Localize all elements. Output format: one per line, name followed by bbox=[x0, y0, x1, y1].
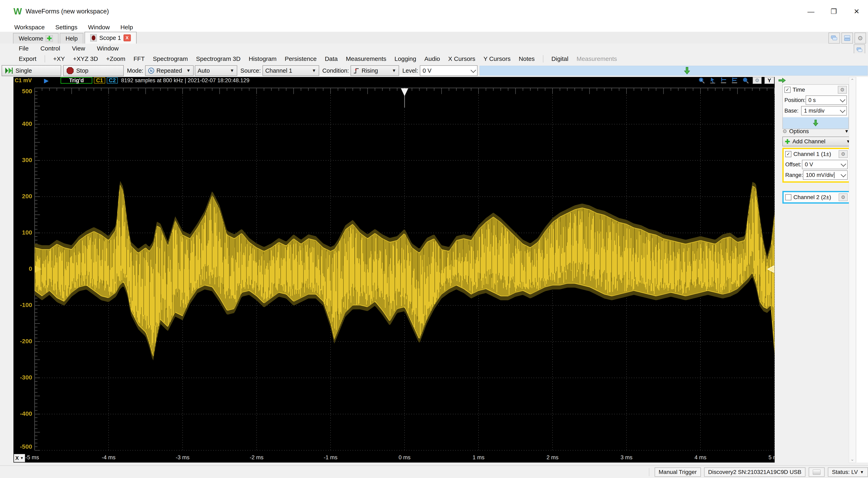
mode-value: Repeated bbox=[157, 67, 182, 74]
single-button[interactable]: Single bbox=[2, 65, 61, 76]
channel2-checkbox[interactable] bbox=[785, 194, 792, 200]
gear-icon: ⚙ bbox=[841, 151, 845, 157]
zoom-1-button[interactable]: 1 bbox=[698, 77, 706, 83]
scope-menu-file[interactable]: File bbox=[19, 45, 29, 52]
channel2-settings-button[interactable]: ⚙ bbox=[839, 194, 848, 201]
offset-input[interactable]: 0 V bbox=[802, 160, 848, 169]
offset-value: 0 V bbox=[805, 162, 813, 168]
mode-select[interactable]: N Repeated ▼ bbox=[145, 65, 194, 76]
trigger-position-bar[interactable] bbox=[479, 66, 868, 75]
base-input[interactable]: 1 ms/div bbox=[801, 106, 847, 115]
scroll-down-icon[interactable]: ⌄ bbox=[849, 456, 856, 463]
scroll-up-icon[interactable]: ⌃ bbox=[849, 77, 856, 84]
restore-button[interactable]: ❐ bbox=[823, 0, 845, 23]
toolbar-x-cursors[interactable]: X Cursors bbox=[448, 55, 475, 62]
x-axis-menu-button[interactable]: X ▼ bbox=[14, 454, 25, 462]
toolbar-spectrogram[interactable]: Spectrogram bbox=[153, 55, 188, 62]
close-button[interactable]: ✕ bbox=[845, 0, 868, 23]
toolbar-notes[interactable]: Notes bbox=[519, 55, 534, 62]
level-value: 0 V bbox=[423, 67, 432, 74]
tile-windows-button[interactable] bbox=[841, 33, 853, 43]
time-checkbox[interactable]: ✓ bbox=[784, 87, 790, 93]
channel1-label: Channel 1 (1±) bbox=[794, 151, 831, 157]
x-axis-label: 0 ms bbox=[399, 454, 411, 461]
y-axis-panel-button[interactable]: Y bbox=[765, 77, 774, 84]
channel2-chip[interactable]: C2 bbox=[107, 77, 118, 83]
toolbar-digital[interactable]: Digital bbox=[552, 55, 568, 62]
collapse-panel-arrow-icon[interactable] bbox=[778, 77, 786, 83]
svg-text:N: N bbox=[150, 69, 152, 73]
status-select[interactable]: Status: LV ▼ bbox=[828, 468, 868, 477]
tab-scope-1[interactable]: Scope 1 X bbox=[85, 32, 136, 43]
x-cursor-icon bbox=[720, 77, 727, 84]
toolbar-logging[interactable]: Logging bbox=[394, 55, 416, 62]
x-cursor-tool-button[interactable] bbox=[720, 77, 728, 83]
level-label: Level: bbox=[402, 67, 418, 74]
text-caret bbox=[834, 172, 834, 178]
scope-menu-control[interactable]: Control bbox=[40, 45, 60, 52]
minimize-button[interactable]: — bbox=[800, 0, 823, 23]
pointer-mode-button[interactable] bbox=[709, 77, 717, 83]
cascade-windows-button[interactable] bbox=[829, 33, 840, 43]
close-scope-tab-icon[interactable]: X bbox=[124, 34, 131, 41]
tab-help[interactable]: Help bbox=[60, 33, 83, 43]
toolbar-xyz-3d[interactable]: +XYZ 3D bbox=[73, 55, 98, 62]
position-input[interactable]: 0 s bbox=[806, 96, 847, 105]
toolbar-data[interactable]: Data bbox=[325, 55, 338, 62]
waveform-plot[interactable] bbox=[13, 84, 775, 453]
repeated-mode-icon: N bbox=[148, 67, 154, 74]
toolbar-zoom[interactable]: +Zoom bbox=[106, 55, 125, 62]
range-input[interactable]: 100 mV/div bbox=[803, 170, 848, 180]
toolbar-y-cursors[interactable]: Y Cursors bbox=[484, 55, 510, 62]
channel1-settings-button[interactable]: ⚙ bbox=[839, 150, 848, 158]
level-input[interactable]: 0 V bbox=[420, 65, 477, 76]
chevron-down-icon bbox=[840, 107, 845, 113]
toolbar-measurements[interactable]: Measurements bbox=[346, 55, 386, 62]
toolbar-histogram[interactable]: Histogram bbox=[249, 55, 277, 62]
stop-button[interactable]: Stop bbox=[63, 65, 124, 76]
add-channel-button[interactable]: ✚ Add Channel ▼ bbox=[782, 137, 853, 146]
toolbar-persistence[interactable]: Persistence bbox=[285, 55, 317, 62]
auto-select[interactable]: Auto ▼ bbox=[195, 65, 237, 76]
dropdown-arrow-icon: ▼ bbox=[186, 68, 191, 73]
device-button[interactable]: Discovery2 SN:210321A19C9D USB bbox=[704, 468, 806, 477]
device-options-button[interactable] bbox=[809, 468, 825, 477]
options-row[interactable]: ⚙ Options ▼ bbox=[782, 127, 849, 135]
plot-settings-button[interactable]: ⚙ bbox=[753, 77, 762, 84]
zoom-region-button[interactable] bbox=[742, 77, 750, 83]
workspace-settings-button[interactable]: ⚙ bbox=[855, 33, 866, 43]
time-position-strip[interactable] bbox=[783, 117, 848, 129]
scope-menu-view[interactable]: View bbox=[72, 45, 85, 52]
toolbar-xy[interactable]: +XY bbox=[53, 55, 65, 62]
menu-window[interactable]: Window bbox=[88, 24, 110, 31]
scope-menu-window[interactable]: Window bbox=[97, 45, 119, 52]
panel-scrollbar[interactable]: ⌃ ⌄ bbox=[849, 77, 856, 463]
waveforms-app-window: W WaveForms (new workspace) — ❐ ✕ Worksp… bbox=[0, 0, 868, 478]
channel1-checkbox[interactable]: ✓ bbox=[785, 151, 792, 157]
plot-tool-icons: 1 bbox=[698, 77, 774, 84]
x-axis-label: -1 ms bbox=[323, 454, 338, 461]
toolbar-audio[interactable]: Audio bbox=[424, 55, 440, 62]
y-cursor-tool-button[interactable] bbox=[731, 77, 739, 83]
add-instrument-icon[interactable]: ✚ bbox=[45, 35, 53, 42]
gear-icon: ⚙ bbox=[755, 77, 760, 83]
toolbar-fft[interactable]: FFT bbox=[133, 55, 145, 62]
add-channel-label: Add Channel bbox=[793, 138, 826, 145]
tab-scope-label: Scope 1 bbox=[99, 35, 121, 41]
base-label: Base: bbox=[784, 108, 799, 114]
channel1-chip[interactable]: C1 bbox=[94, 77, 105, 83]
condition-value: Rising bbox=[362, 67, 378, 74]
time-group-label: Time bbox=[793, 87, 805, 93]
manual-trigger-button[interactable]: Manual Trigger bbox=[655, 468, 701, 477]
options-label: Options bbox=[789, 128, 809, 135]
source-select[interactable]: Channel 1 ▼ bbox=[262, 65, 319, 76]
dropdown-arrow-icon: ▼ bbox=[844, 129, 849, 134]
condition-select[interactable]: Rising ▼ bbox=[350, 65, 399, 76]
toolbar-spectrogram-3d[interactable]: Spectrogram 3D bbox=[196, 55, 241, 62]
toolbar-export[interactable]: Export bbox=[19, 55, 36, 62]
menu-workspace[interactable]: Workspace bbox=[14, 24, 45, 31]
menu-settings[interactable]: Settings bbox=[56, 24, 78, 31]
tab-welcome[interactable]: Welcome ✚ bbox=[13, 33, 59, 43]
menu-help[interactable]: Help bbox=[120, 24, 133, 31]
time-settings-button[interactable]: ⚙ bbox=[838, 86, 847, 94]
